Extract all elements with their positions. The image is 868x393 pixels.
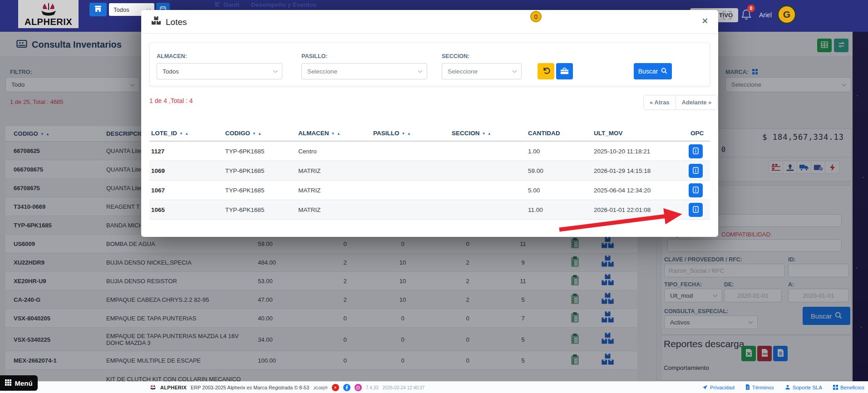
nav-link-gantt[interactable]: Gantt bbox=[215, 1, 239, 8]
chevron-down-icon bbox=[713, 293, 718, 297]
lightning-icon[interactable] bbox=[825, 161, 839, 173]
chevron-down-icon bbox=[130, 82, 135, 86]
modal-results-summary: 1 de 4 ,Total : 4 bbox=[149, 97, 193, 104]
table-row[interactable]: CA-240-GEMPAQUE CABEZA CHRYS.2.2 82-95 4… bbox=[5, 290, 637, 309]
export-grid-button[interactable] bbox=[817, 39, 832, 52]
lote-row[interactable]: 1065 TYP-6PK1685 MATRIZ 11.00 2026-01-01… bbox=[149, 200, 710, 220]
clipboard-list-icon[interactable] bbox=[570, 354, 580, 367]
box-icon[interactable] bbox=[601, 354, 614, 367]
beneficios-link[interactable]: Beneficios bbox=[833, 385, 864, 391]
sort-icons[interactable]: ▼ ▲ bbox=[402, 132, 411, 136]
privacidad-link[interactable]: Privacidad bbox=[702, 384, 735, 391]
column-lote-id[interactable]: LOTE_ID▼ ▲ bbox=[151, 130, 189, 137]
marca-select[interactable]: Seleccione bbox=[725, 77, 851, 92]
column-codigo[interactable]: CODIGO▼ ▲ bbox=[14, 130, 50, 137]
lote-info-button[interactable] bbox=[689, 144, 703, 158]
lote-row[interactable]: 1127 TYP-6PK1685 Centro 1.00 2025-10-20 … bbox=[149, 142, 710, 161]
table-row[interactable]: US6009BOMBA DE AGUA 59.00 00 011 bbox=[5, 235, 637, 253]
column-almacen[interactable]: ALMACEN▼ ▲ bbox=[298, 130, 341, 137]
doc-download-button[interactable] bbox=[773, 346, 788, 361]
sort-icons[interactable]: ▼ ▲ bbox=[40, 132, 50, 136]
excel-download-button[interactable] bbox=[741, 346, 756, 361]
truck-icon[interactable] bbox=[797, 161, 811, 173]
table-row[interactable]: MEX-2662074-1EMPAQUE MULTIPLE DE ESCAPE … bbox=[5, 351, 637, 370]
lote-info-button[interactable] bbox=[689, 164, 703, 178]
refresh-exchange-button[interactable] bbox=[834, 39, 848, 52]
tipo-fecha-select[interactable]: Ult_mod bbox=[664, 289, 722, 302]
clipboard-list-icon[interactable] bbox=[570, 275, 580, 287]
store-filter-button[interactable] bbox=[89, 3, 107, 16]
fullscreen-icon[interactable] bbox=[722, 10, 732, 22]
lote-row[interactable]: 1067 TYP-6PK1685 MATRIZ 5.00 2025-06-04 … bbox=[149, 181, 710, 200]
nav-links: Gantt Desempeño y Eventos bbox=[215, 1, 316, 8]
pagination: « Atras Adelante » bbox=[643, 95, 718, 110]
reset-button[interactable] bbox=[538, 63, 554, 79]
fecha-de-input[interactable] bbox=[724, 289, 782, 302]
pasillo-select[interactable]: Seleccione bbox=[301, 63, 427, 79]
avatar[interactable]: G bbox=[777, 5, 796, 24]
clipboard-list-icon[interactable] bbox=[570, 333, 580, 346]
search-icon bbox=[835, 312, 842, 320]
column-cantidad: CANTIDAD bbox=[528, 130, 560, 137]
wallet-plus-icon[interactable] bbox=[811, 161, 825, 173]
rfc-input[interactable] bbox=[664, 264, 785, 277]
modal-buscar-button[interactable]: Buscar bbox=[634, 63, 672, 79]
compatibilidad-input[interactable] bbox=[667, 239, 842, 252]
toolbox-button[interactable] bbox=[556, 63, 573, 79]
boxes-icon[interactable] bbox=[601, 311, 614, 325]
clipboard-list-icon[interactable] bbox=[570, 256, 580, 269]
column-pasillo[interactable]: PASILLO▼ ▲ bbox=[373, 130, 411, 137]
fecha-a-input[interactable] bbox=[788, 289, 849, 302]
clipboard-list-icon[interactable] bbox=[570, 237, 580, 250]
lote-info-button[interactable] bbox=[689, 183, 703, 197]
brand-logo[interactable]: ALPHERIX bbox=[18, 0, 79, 28]
chevron-down-icon bbox=[842, 82, 847, 86]
facebook-icon[interactable] bbox=[343, 384, 350, 391]
consulta-especial-select[interactable]: Activos bbox=[664, 315, 758, 329]
boxes-icon[interactable] bbox=[601, 255, 614, 269]
almacen-select[interactable]: Todos bbox=[157, 63, 282, 79]
lote-row[interactable]: 1069 TYP-6PK1685 MATRIZ 59.00 2026-01-29… bbox=[149, 161, 710, 181]
nav-link-desempeno[interactable]: Desempeño y Eventos bbox=[251, 1, 316, 8]
soporte-sla-link[interactable]: Soporte SLA bbox=[785, 384, 822, 391]
sort-icons[interactable]: ▼ ▲ bbox=[252, 132, 262, 136]
seccion-select[interactable]: Seleccione bbox=[442, 63, 522, 79]
column-seccion[interactable]: SECCION▼ ▲ bbox=[452, 130, 492, 137]
close-icon[interactable]: ✕ bbox=[702, 16, 708, 26]
lote-info-button[interactable] bbox=[689, 203, 703, 217]
terminos-link[interactable]: Términos bbox=[745, 384, 774, 391]
filtro-select-value: Todo bbox=[11, 81, 25, 88]
info-icon bbox=[692, 167, 700, 176]
clipboard-list-icon[interactable] bbox=[570, 293, 580, 306]
notifications-bell[interactable]: 0 bbox=[741, 9, 752, 22]
table-row[interactable]: XE20HR-U9BUJIA DENSO RESISTOR 53.00 210 … bbox=[5, 272, 637, 290]
filtro-select[interactable]: Todo bbox=[5, 77, 139, 92]
sort-icons[interactable]: ▼ ▲ bbox=[331, 132, 341, 136]
clipboard-list-icon[interactable] bbox=[570, 312, 580, 324]
boxes-icon[interactable] bbox=[601, 274, 614, 288]
scope-select-value: Todos bbox=[113, 6, 129, 13]
column-codigo[interactable]: CODIGO▼ ▲ bbox=[225, 130, 262, 137]
id-input[interactable] bbox=[788, 264, 849, 277]
pasillo-label: PASILLO: bbox=[301, 53, 327, 59]
boxes-icon[interactable] bbox=[601, 237, 614, 251]
sort-icons[interactable]: ▼ ▲ bbox=[179, 132, 189, 136]
youtube-icon[interactable] bbox=[332, 384, 339, 391]
instagram-icon[interactable] bbox=[355, 384, 362, 391]
boxes-icon[interactable] bbox=[601, 333, 614, 346]
boxes-icon bbox=[151, 16, 161, 28]
boxes-icon[interactable] bbox=[601, 293, 614, 306]
upload-icon[interactable] bbox=[783, 161, 797, 173]
sidebar-buscar-button[interactable]: Buscar bbox=[803, 307, 850, 325]
pdf-download-button[interactable]: PDF bbox=[757, 346, 772, 361]
reportes-title: Reportes descarga bbox=[664, 339, 744, 349]
atras-button[interactable]: « Atras bbox=[644, 95, 676, 109]
sort-icons[interactable]: ▼ ▲ bbox=[482, 132, 492, 136]
user-name[interactable]: Ariel bbox=[759, 11, 772, 19]
table-row[interactable]: VSX-8040205EMPAQUE DE TAPA PUNTERIAS 40.… bbox=[5, 309, 637, 328]
rack-icon[interactable] bbox=[769, 161, 783, 173]
adelante-button[interactable]: Adelante » bbox=[676, 95, 718, 109]
menu-button[interactable]: Menú bbox=[0, 375, 38, 391]
table-row[interactable]: VSX-5340225EMPAQUE DE TAPA PUNTERIAS MAZ… bbox=[5, 328, 637, 351]
table-row[interactable]: XU22HDR9BUJIA DENSO NICKEL,SPECIA 484.00… bbox=[5, 253, 637, 272]
